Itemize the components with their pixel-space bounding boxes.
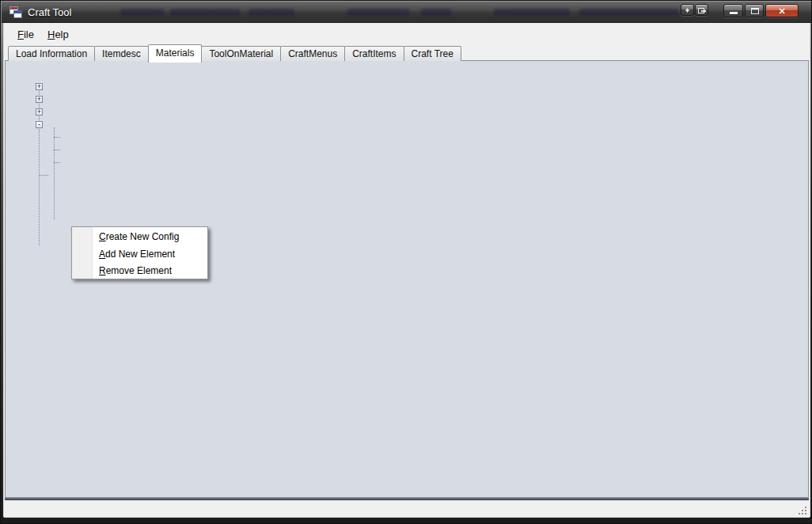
menu-file[interactable]: File [12,26,40,43]
window-title: Craft Tool [28,6,71,18]
app-window: Craft Tool ✕ File Help Load Information [0,0,812,524]
titlebar-ghost-artifact [579,9,678,16]
tab-load-information[interactable]: Load Information [8,46,95,61]
tree-connector [54,162,60,163]
titlebar-ghost-artifact [421,9,451,16]
tree-expander-plus-icon[interactable]: + [36,96,43,103]
context-menu-item-add-new-element[interactable]: Add New Element [73,245,206,263]
tab-toolonmaterial[interactable]: ToolOnMaterial [201,46,281,61]
status-bar [5,500,809,517]
resize-grip[interactable] [796,504,806,515]
context-menu-item-remove-element[interactable]: Remove Element [73,262,206,279]
tree-expander-plus-icon[interactable]: + [36,108,43,116]
tab-itemdesc[interactable]: Itemdesc [94,46,149,61]
pan-arrows-button[interactable] [681,4,694,16]
tab-strip: Load Information Itemdesc Materials Tool… [8,44,461,61]
context-menu-item-create-new-config[interactable]: Create New Config [73,228,206,245]
tree-connector [54,150,60,150]
tab-craft-tree[interactable]: Craft Tree [404,46,461,61]
titlebar[interactable]: Craft Tool ✕ [2,2,811,23]
pop-out-button[interactable] [695,4,708,16]
close-button[interactable]: ✕ [765,4,799,17]
titlebar-ghost-artifact [347,9,409,16]
tree-connector [54,137,60,138]
maximize-button[interactable] [745,4,764,17]
titlebar-ghost-artifact [249,9,294,16]
titlebar-ghost-artifact [170,9,240,16]
minimize-icon [730,12,738,14]
tab-materials[interactable]: Materials [148,44,203,63]
titlebar-ghost-artifact [494,9,570,16]
menu-bar: File Help [5,25,809,44]
tree-connector [39,175,48,176]
tree-connector [54,127,55,219]
tree-expander-minus-icon[interactable]: - [36,121,43,128]
app-icon [9,6,22,19]
tab-craftitems[interactable]: CraftItems [344,46,404,61]
menu-help[interactable]: Help [42,26,74,43]
tree-expander-plus-icon[interactable]: + [36,83,43,90]
context-menu: Create New Config Add New Element Remove… [71,226,208,279]
maximize-icon [751,8,759,14]
close-icon: ✕ [778,6,785,16]
tab-craftmenus[interactable]: CraftMenus [280,46,345,61]
titlebar-ghost-artifact [120,9,164,16]
minimize-button[interactable] [723,4,743,17]
